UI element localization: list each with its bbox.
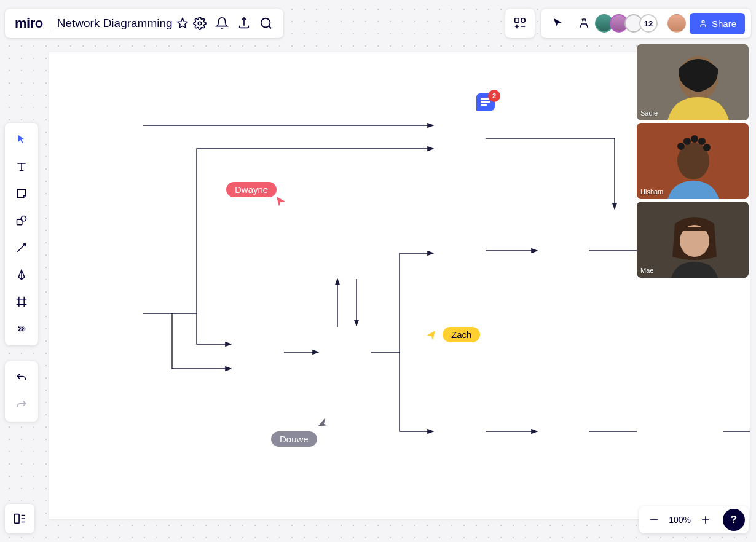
frames-panel-button[interactable]	[5, 504, 34, 533]
tool-palette	[5, 123, 38, 345]
svg-point-6	[21, 216, 26, 221]
svg-point-3	[521, 18, 525, 22]
miro-logo[interactable]: miro	[11, 15, 47, 31]
undo-button[interactable]	[9, 365, 34, 391]
video-participant-2[interactable]: Hisham	[637, 123, 749, 199]
share-button[interactable]: Share	[690, 13, 745, 34]
star-icon[interactable]	[176, 17, 189, 29]
shape-tool[interactable]	[9, 208, 34, 234]
reactions-icon[interactable]	[573, 12, 595, 34]
cursor-douwe: Douwe	[271, 431, 317, 447]
current-user-avatar[interactable]	[667, 14, 686, 33]
svg-rect-33	[481, 104, 487, 106]
notifications-icon[interactable]	[211, 12, 233, 34]
svg-rect-32	[481, 101, 490, 103]
frame-tool[interactable]	[9, 289, 34, 315]
zoom-in-button[interactable]	[695, 509, 717, 531]
cursor-dwayne: Dwayne	[226, 182, 277, 197]
text-tool[interactable]	[9, 154, 34, 179]
line-tool[interactable]	[9, 235, 34, 261]
video-participant-1[interactable]: Sadie	[637, 44, 749, 120]
cursor-mode-icon[interactable]	[547, 12, 569, 34]
apps-icon[interactable]	[509, 12, 531, 34]
collaborator-avatars[interactable]: 12	[599, 14, 658, 33]
svg-point-39	[683, 138, 691, 145]
svg-point-0	[198, 22, 202, 25]
video-participant-3[interactable]: Mae	[637, 202, 749, 278]
svg-point-38	[677, 143, 685, 150]
board-title[interactable]: Network Diagramming	[57, 17, 189, 30]
select-tool[interactable]	[9, 127, 34, 152]
help-button[interactable]: ?	[723, 509, 745, 531]
comment-count-badge: 2	[488, 90, 500, 102]
svg-rect-2	[515, 18, 519, 22]
zoom-out-button[interactable]	[643, 509, 665, 531]
svg-point-42	[703, 144, 711, 151]
svg-point-1	[261, 18, 270, 28]
svg-point-41	[698, 138, 706, 145]
svg-point-4	[702, 20, 704, 23]
video-call-panel[interactable]: Sadie Hisham Mae	[637, 44, 749, 278]
zoom-level[interactable]: 100%	[669, 515, 691, 525]
redo-button[interactable]	[9, 392, 34, 418]
svg-point-40	[691, 135, 698, 143]
svg-rect-46	[677, 227, 712, 231]
sticky-tool[interactable]	[9, 181, 34, 206]
export-icon[interactable]	[233, 12, 255, 34]
pen-tool[interactable]	[9, 262, 34, 288]
settings-icon[interactable]	[189, 12, 211, 34]
more-tools[interactable]	[9, 316, 34, 342]
cursor-zach: Zach	[443, 327, 480, 342]
search-icon[interactable]	[255, 12, 277, 34]
svg-rect-7	[15, 514, 19, 524]
